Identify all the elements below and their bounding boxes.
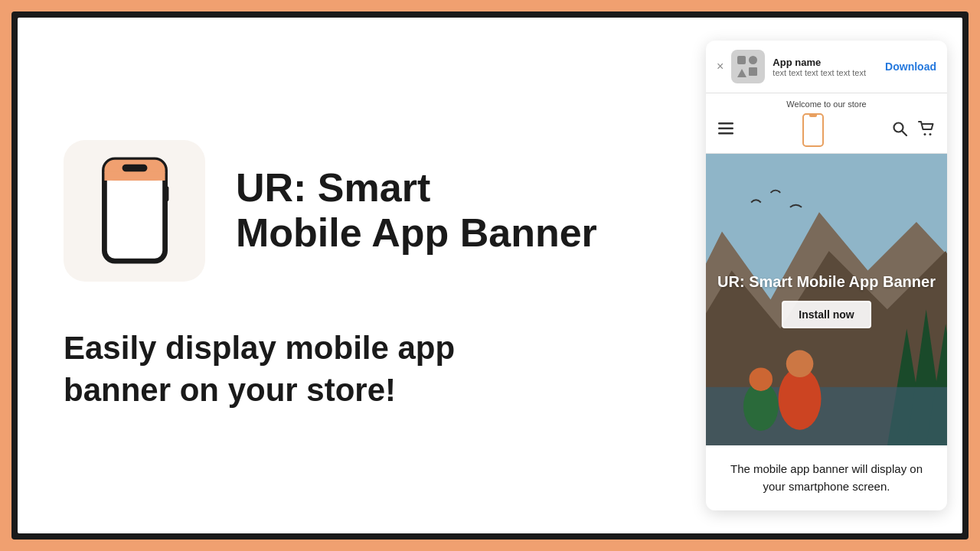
left-content: UR: Smart Mobile App Banner Easily displ…	[18, 18, 706, 533]
app-icon-shapes	[737, 56, 759, 77]
shape-square2	[749, 67, 757, 76]
app-title-text: UR: Smart Mobile App Banner	[236, 165, 597, 257]
shape-triangle	[737, 69, 746, 77]
welcome-text: Welcome to our store	[786, 99, 866, 109]
svg-line-10	[902, 131, 906, 135]
nav-action-icons	[892, 121, 935, 140]
store-nav: Welcome to our store	[706, 93, 947, 154]
svg-rect-5	[165, 187, 168, 201]
svg-rect-3	[122, 165, 147, 172]
phone-icon	[100, 157, 169, 264]
svg-rect-4	[109, 181, 161, 256]
svg-point-11	[924, 133, 926, 135]
svg-rect-7	[718, 127, 733, 129]
svg-point-12	[929, 133, 932, 135]
search-icon[interactable]	[892, 121, 907, 140]
app-icon-box	[64, 140, 205, 282]
app-info: App name text text text text text text	[773, 57, 877, 77]
outer-frame: UR: Smart Mobile App Banner Easily displ…	[11, 11, 969, 540]
shape-square	[737, 56, 746, 64]
mobile-preview-panel: × App name text text text text text text	[706, 41, 947, 510]
download-button[interactable]: Download	[885, 60, 936, 73]
app-icon-small	[731, 50, 765, 83]
svg-rect-6	[718, 122, 733, 125]
hero-title: UR: Smart Mobile App Banner	[717, 272, 936, 292]
app-desc-label: text text text text text text	[773, 68, 877, 77]
nav-icons-bar	[706, 113, 947, 147]
store-logo-icon	[802, 113, 824, 147]
hamburger-icon[interactable]	[718, 122, 733, 139]
app-title: UR: Smart Mobile App Banner	[236, 165, 597, 257]
hero-overlay: UR: Smart Mobile App Banner Install now	[706, 154, 947, 445]
phone-notch	[809, 115, 817, 117]
inner-frame: UR: Smart Mobile App Banner Easily displ…	[18, 18, 962, 533]
close-button[interactable]: ×	[717, 60, 724, 73]
shape-circle	[749, 56, 757, 64]
hero-image-area: UR: Smart Mobile App Banner Install now	[706, 154, 947, 445]
svg-rect-8	[718, 132, 733, 135]
bottom-desc-text: The mobile app banner will display on yo…	[718, 461, 935, 495]
bottom-description: The mobile app banner will display on yo…	[706, 445, 947, 510]
app-banner-notification: × App name text text text text text text	[706, 41, 947, 93]
cart-icon[interactable]	[918, 121, 935, 140]
svg-rect-2	[104, 172, 165, 181]
app-subtitle: Easily display mobile app banner on your…	[64, 328, 508, 411]
app-icon-area: UR: Smart Mobile App Banner	[64, 140, 660, 282]
install-now-button[interactable]: Install now	[782, 301, 871, 328]
app-name-label: App name	[773, 57, 877, 68]
